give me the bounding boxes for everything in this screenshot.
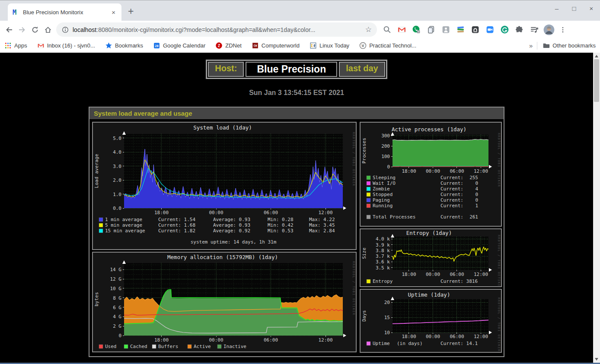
svg-text:Average: 0.93: Average: 0.93 [213,217,250,222]
other-bookmarks-button[interactable]: Other bookmarks [543,42,596,49]
copy-extension-button[interactable] [427,25,436,34]
svg-text:00:00: 00:00 [426,272,440,277]
maximize-button[interactable]: □ [571,5,578,12]
svg-text:06:00: 06:00 [450,272,464,277]
reload-button[interactable] [29,23,41,36]
back-button[interactable] [3,23,16,36]
system-load-chart[interactable]: 18:0000:0006:0012:000.01.02.03.04.05.0Sy… [93,123,356,249]
svg-text:18:00: 18:00 [154,337,169,343]
memory-allocation-chart[interactable]: 18:0000:0006:0012:0002 G4 G6 G8 G10 G12 … [93,253,356,351]
svg-text:Wait I/O: Wait I/O [373,180,396,186]
bookmarks-separator [537,42,537,50]
calendar-icon: 28 [153,42,160,49]
site-info-icon[interactable] [61,26,69,34]
svg-text:Current: 3816: Current: 3816 [440,279,478,284]
svg-text:300: 300 [381,133,390,139]
active-processes-chart[interactable]: 18:0000:0006:0012:000100200300Active pro… [361,123,501,226]
svg-text:Entropy: Entropy [373,279,393,284]
svg-text:Uptime (1day): Uptime (1day) [408,291,450,298]
browser-menu-button[interactable] [559,26,567,34]
bookmarks-overflow-button[interactable]: » [529,42,533,49]
new-tab-button[interactable]: + [128,6,134,17]
close-button[interactable]: × [588,5,595,12]
bookmark-practical-technol[interactable]: WPractical Technol... [359,42,416,49]
puzzle-icon [515,25,524,34]
svg-text:0: 0 [387,164,390,170]
svg-text:Max: 2.84: Max: 2.84 [309,228,335,234]
svg-text:06:00: 06:00 [450,168,464,174]
zoomcam-extension-button[interactable] [485,25,495,34]
tab-title: Blue Precision Monitorix [23,9,110,16]
svg-text:Min: 0.53: Min: 0.53 [268,228,294,234]
person-extension-button[interactable] [441,25,450,34]
folder-icon [543,42,550,49]
minimize-button[interactable]: – [553,5,560,12]
svg-text:261: 261 [469,214,478,220]
svg-text:Sleeping: Sleeping [373,175,396,180]
grammarly-icon [500,25,509,34]
voice-icon: ? [412,25,421,34]
svg-text:12:00: 12:00 [474,272,488,277]
svg-text:Current:: Current: [440,192,463,197]
browser-toolbar: localhost:8080/monitorix-cgi/monitorix.c… [0,21,600,38]
svg-text:3.9 k: 3.9 k [376,242,390,248]
books-extension-button[interactable] [456,25,465,34]
gmail-extension-button[interactable] [397,25,406,34]
bookmark-label: Inbox (16) - sjvn0... [47,42,95,49]
svg-text:18:00: 18:00 [402,168,416,174]
scrollbar-up-icon[interactable] [595,55,598,57]
svg-text:18:00: 18:00 [402,272,416,277]
page-scrollbar[interactable] [593,53,600,363]
svg-text:Load average: Load average [94,154,99,188]
bookmark-star-icon[interactable]: ☆ [365,25,372,34]
bookmark-label: Apps [14,42,27,49]
uptime-chart[interactable]: 18:0000:0006:0012:00101520Uptime (1day)D… [361,290,501,352]
gmail-icon [397,25,406,34]
bookmark-linux-today[interactable]: ltLinux Today [310,42,349,49]
voice-extension-button[interactable]: ? [412,25,421,34]
entropy-chart[interactable]: 18:0000:0006:0012:003.5 k3.6 k3.7 k3.8 k… [361,229,501,286]
svg-text:06:00: 06:00 [264,210,278,215]
bookmark-computerworld[interactable]: CWComputerworld [252,42,300,49]
page-header: Host: Blue Precision last day [0,53,593,79]
svg-text:Entropy (1day): Entropy (1day) [406,230,452,236]
bookmark-label: Google Calendar [163,42,205,49]
bookmark-inbox-16-sjvn0[interactable]: Inbox (16) - sjvn0... [37,42,95,49]
address-bar[interactable]: localhost:8080/monitorix-cgi/monitorix.c… [56,22,377,37]
svg-text:00:00: 00:00 [209,210,223,215]
search-extension-button[interactable] [383,25,392,34]
profile-avatar[interactable] [543,24,555,35]
bookmark-google-calendar[interactable]: 28Google Calendar [153,42,205,49]
svg-text:00:00: 00:00 [426,334,440,339]
svg-text:6 G: 6 G [113,305,121,310]
svg-text:3.8 k: 3.8 k [376,248,390,253]
svg-text:12 G: 12 G [110,276,122,282]
browser-tab[interactable]: M M Blue Precision Monitorix × [8,3,121,21]
forward-button[interactable] [16,23,29,36]
bookmarks-right-group: » Other bookmarks [529,42,596,50]
grammarly-extension-button[interactable] [500,25,509,34]
svg-text:system uptime: 14 days, 1h 31m: system uptime: 14 days, 1h 31m [191,239,277,245]
tab-strip: M M Blue Precision Monitorix × + – □ × [0,0,600,21]
playlist-extension-button[interactable] [530,25,539,34]
tab-close-icon[interactable]: × [110,9,117,16]
scrollbar-down-icon[interactable] [595,358,598,361]
linuxtoday-icon: lt [310,42,317,49]
home-icon [44,25,52,34]
svg-text:5 min average: 5 min average [105,222,142,228]
svg-text:RRDTOOL / TOBI OETIKER: RRDTOOL / TOBI OETIKER [497,235,501,286]
svg-text:Zombie: Zombie [373,186,390,192]
scrollbar-thumb[interactable] [594,59,599,102]
uptime-panel: 18:0000:0006:0012:00101520Uptime (1day)D… [360,289,502,353]
home-button[interactable] [41,23,54,36]
bookmark-bookmarks[interactable]: Bookmarks [105,42,143,49]
bookmark-apps[interactable]: Apps [4,42,27,49]
avatar-icon [543,24,555,35]
bookmark-items: AppsInbox (16) - sjvn0...Bookmarks28Goog… [4,42,426,49]
svg-text:CW: CW [253,44,257,47]
puzzle-extension-button[interactable] [515,25,524,34]
host-label: Host: [208,62,244,77]
darkbox-extension-button[interactable] [471,25,480,34]
svg-text:Size: Size [361,247,367,259]
bookmark-zdnet[interactable]: ZZDNet [215,42,242,49]
